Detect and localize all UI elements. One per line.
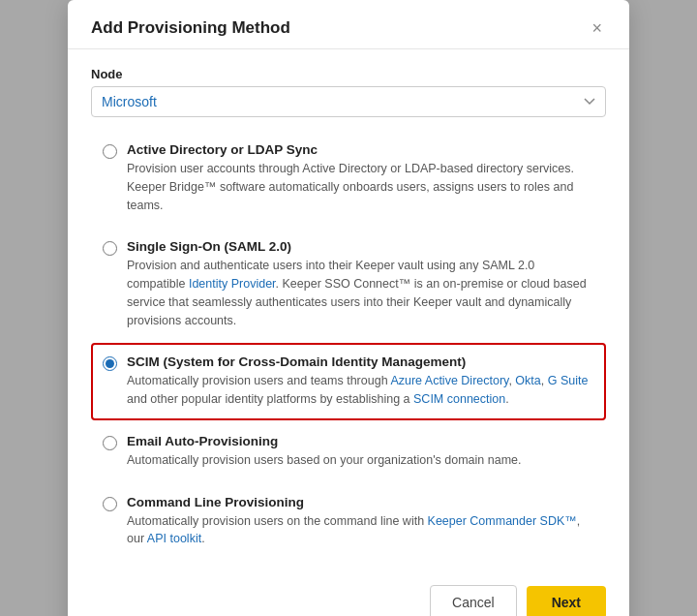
options-list: Active Directory or LDAP SyncProvision u… bbox=[91, 131, 606, 560]
node-select[interactable]: Microsoft bbox=[91, 86, 606, 117]
radio-ad_ldap[interactable] bbox=[103, 144, 117, 159]
option-title-ad_ldap: Active Directory or LDAP Sync bbox=[127, 142, 594, 157]
radio-command_line[interactable] bbox=[103, 497, 117, 511]
radio-email_auto[interactable] bbox=[103, 436, 117, 450]
add-provisioning-dialog: Add Provisioning Method × Node Microsoft… bbox=[68, 0, 629, 616]
close-button[interactable]: × bbox=[588, 17, 606, 39]
option-desc-scim: Automatically provision users and teams … bbox=[127, 372, 594, 409]
dialog-footer: Cancel Next bbox=[68, 571, 629, 616]
dialog-title: Add Provisioning Method bbox=[91, 18, 290, 38]
next-button[interactable]: Next bbox=[527, 586, 606, 616]
option-desc-sso_saml: Provision and authenticate users into th… bbox=[127, 257, 594, 329]
option-desc-command_line: Automatically provision users on the com… bbox=[127, 512, 594, 549]
option-title-scim: SCIM (System for Cross-Domain Identity M… bbox=[127, 354, 594, 369]
option-item-email_auto[interactable]: Email Auto-ProvisioningAutomatically pro… bbox=[91, 422, 606, 481]
option-desc-email_auto: Automatically provision users based on y… bbox=[127, 451, 521, 470]
cancel-button[interactable]: Cancel bbox=[430, 585, 517, 616]
dialog-overlay: Add Provisioning Method × Node Microsoft… bbox=[0, 0, 697, 616]
radio-scim[interactable] bbox=[103, 356, 117, 371]
node-label: Node bbox=[91, 67, 606, 81]
option-title-sso_saml: Single Sign-On (SAML 2.0) bbox=[127, 239, 594, 254]
radio-sso_saml[interactable] bbox=[103, 241, 117, 256]
option-title-command_line: Command Line Provisioning bbox=[127, 495, 594, 509]
option-item-scim[interactable]: SCIM (System for Cross-Domain Identity M… bbox=[91, 343, 606, 420]
option-desc-ad_ldap: Provision user accounts through Active D… bbox=[127, 160, 594, 214]
dialog-body: Node Microsoft Active Directory or LDAP … bbox=[68, 49, 629, 571]
option-item-sso_saml[interactable]: Single Sign-On (SAML 2.0)Provision and a… bbox=[91, 228, 606, 341]
dialog-header: Add Provisioning Method × bbox=[68, 0, 629, 49]
option-item-command_line[interactable]: Command Line ProvisioningAutomatically p… bbox=[91, 483, 606, 561]
option-title-email_auto: Email Auto-Provisioning bbox=[127, 434, 521, 448]
option-item-ad_ldap[interactable]: Active Directory or LDAP SyncProvision u… bbox=[91, 131, 606, 226]
